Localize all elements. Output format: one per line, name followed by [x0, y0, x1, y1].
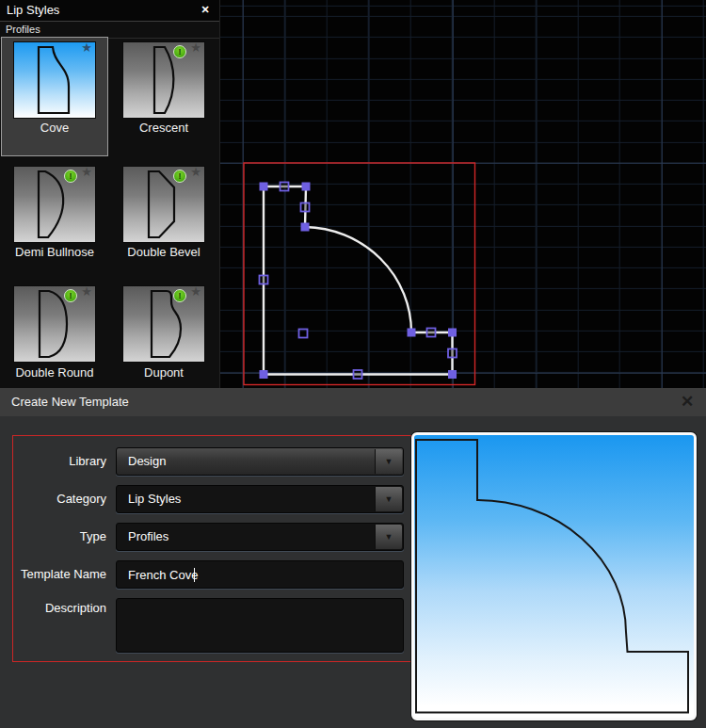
lip-styles-panel: Lip Styles ✕ Profiles ★ Cove ! ★ Crescen… — [0, 0, 220, 388]
midpoint-handles[interactable] — [260, 183, 457, 380]
template-thumb-demi-bullnose[interactable]: ! ★ — [14, 167, 95, 242]
section-label: Profiles — [6, 24, 40, 35]
template-name-label: Template Name — [13, 560, 106, 589]
thumb-label: Demi Bullnose — [1, 245, 108, 260]
thumb-label: Double Bevel — [109, 245, 218, 260]
library-dropdown-button[interactable]: ▼ — [375, 449, 402, 474]
vertex-handle[interactable] — [408, 329, 416, 337]
dialog-title: Create New Template — [11, 388, 129, 416]
thumb-label: Dupont — [109, 365, 218, 380]
canvas-overlay — [220, 0, 706, 388]
vertex-handle[interactable] — [448, 370, 457, 379]
midpoint-handle[interactable] — [427, 329, 436, 337]
category-dropdown[interactable]: Lip Styles ▼ — [116, 485, 404, 513]
midpoint-handle[interactable] — [354, 370, 362, 379]
drawing-canvas[interactable] — [219, 0, 706, 388]
vertex-handle[interactable] — [448, 329, 457, 337]
vertex-handle[interactable] — [301, 223, 310, 232]
close-icon[interactable]: ✕ — [198, 2, 213, 17]
star-icon[interactable]: ★ — [81, 166, 92, 179]
template-preview — [411, 432, 697, 720]
chevron-down-icon: ▼ — [376, 493, 402, 505]
preview-profile-path — [416, 440, 688, 713]
warning-badge-icon: ! — [173, 289, 186, 302]
chevron-down-icon: ▼ — [376, 531, 402, 542]
template-thumb-dupont[interactable]: ! ★ — [123, 286, 204, 362]
vertex-handles[interactable] — [260, 183, 457, 380]
midpoint-handle[interactable] — [448, 349, 457, 358]
vertex-handle[interactable] — [302, 183, 311, 191]
close-icon[interactable]: ✕ — [678, 393, 697, 412]
preview-profile-drawing — [414, 435, 694, 718]
star-icon[interactable]: ★ — [190, 41, 201, 55]
star-icon[interactable]: ★ — [81, 285, 92, 299]
arc-center-handle[interactable] — [299, 330, 308, 338]
thumb-label: Cove — [1, 121, 108, 136]
warning-badge-icon: ! — [64, 170, 77, 183]
template-name-input[interactable] — [116, 560, 404, 589]
create-new-template-dialog: Create New Template ✕ Library Design ▼ C… — [0, 388, 706, 728]
form-highlight-box: Library Design ▼ Category Lip Styles ▼ T… — [12, 435, 411, 662]
template-thumb-crescent[interactable]: ! ★ — [123, 42, 204, 118]
library-value: Design — [128, 448, 166, 475]
dialog-header: Create New Template ✕ — [0, 388, 706, 416]
profile-path[interactable] — [264, 186, 453, 375]
category-dropdown-button[interactable]: ▼ — [375, 487, 402, 511]
midpoint-handle[interactable] — [301, 203, 310, 212]
thumb-label: Crescent — [109, 121, 218, 136]
description-textarea[interactable] — [116, 598, 404, 653]
selection-bounds-rect — [244, 163, 475, 385]
description-label: Description — [13, 601, 106, 616]
text-caret — [194, 568, 195, 582]
chevron-down-icon: ▼ — [376, 456, 402, 467]
type-dropdown-button[interactable]: ▼ — [375, 525, 402, 549]
vertex-handle[interactable] — [260, 183, 268, 191]
type-label: Type — [13, 523, 106, 551]
template-thumb-cove[interactable]: ★ — [14, 42, 95, 118]
panel-titlebar: Lip Styles ✕ — [0, 0, 219, 22]
star-icon[interactable]: ★ — [190, 285, 201, 299]
template-thumb-double-round[interactable]: ! ★ — [14, 286, 95, 362]
category-value: Lip Styles — [128, 486, 181, 512]
type-dropdown[interactable]: Profiles ▼ — [116, 523, 404, 551]
star-icon[interactable]: ★ — [190, 166, 201, 179]
warning-badge-icon: ! — [64, 289, 77, 302]
thumb-label: Double Round — [1, 365, 108, 380]
vertex-handle[interactable] — [260, 370, 268, 379]
star-icon[interactable]: ★ — [81, 41, 92, 55]
library-label: Library — [13, 447, 106, 476]
library-dropdown[interactable]: Design ▼ — [116, 447, 404, 476]
category-label: Category — [13, 485, 106, 513]
template-thumb-double-bevel[interactable]: ! ★ — [123, 167, 204, 242]
panel-title: Lip Styles — [7, 0, 59, 21]
midpoint-handle[interactable] — [260, 276, 268, 284]
warning-badge-icon: ! — [173, 45, 186, 58]
type-value: Profiles — [128, 524, 168, 550]
warning-badge-icon: ! — [173, 170, 186, 183]
midpoint-handle[interactable] — [281, 183, 289, 191]
